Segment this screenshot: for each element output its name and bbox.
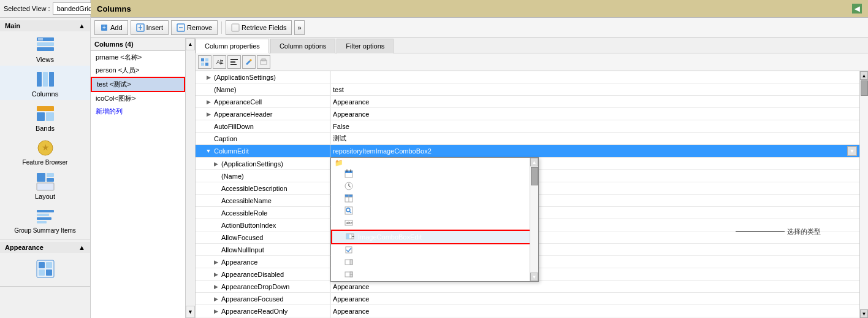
annotation-selected-type: 选择的类型 [736,227,821,236]
prop-row-caption: Caption 测试 [196,133,859,145]
sidebar-section-header-appearance[interactable]: Appearance ▲ [0,242,90,253]
tab-column-properties[interactable]: Column properties [196,39,269,53]
dropdown-toggle-btn[interactable]: ▼ [847,146,857,156]
dropdown-scroll-down[interactable]: ▼ [530,273,538,281]
sidebar-item-bands-label: Bands [36,125,55,132]
scroll-up-arrow[interactable]: ▲ [186,38,195,50]
svg-rect-16 [37,210,54,212]
dropdown-item-time-edit[interactable]: TimeEdit [331,180,538,193]
sidebar-item-group-summary[interactable]: Group Summary Items [0,203,90,236]
prop-value-appearance-focused: Appearance [330,293,859,304]
prop-value-name[interactable]: test [330,83,859,95]
button-edit-icon [345,258,353,268]
more-button[interactable]: » [294,20,304,35]
add-button[interactable]: + Add [94,20,128,35]
prop-name-accessible-role: AccessibleRole [196,207,330,219]
prop-scroll-down[interactable]: ▼ [860,309,868,318]
selected-view-label: Selected View : [4,5,50,12]
column-edit-dropdown[interactable]: repositoryItemImageComboBox2 ▼ [333,146,857,156]
dropdown-item-text-edit[interactable]: abc TextEdit [331,217,538,230]
expand-arrow-appearance-cell[interactable]: ▶ [205,99,211,105]
new-column-link[interactable]: 新增的列 [91,105,185,118]
folder-icon: 📁 [335,159,343,167]
expand-arrow-column-edit[interactable]: ▼ [205,148,211,154]
columns-list-panel: Columns (4) prname <名称> person <人员> test… [91,38,186,318]
svg-rect-15 [37,183,54,190]
scroll-down-arrow[interactable]: ▼ [186,306,195,318]
dropdown-item-search-lookup[interactable]: SearchLookUpEdit [331,205,538,217]
sort-category-btn[interactable] [198,55,211,69]
prop-name-col-app-settings: ▶ (ApplicationSettings) [196,158,330,169]
sidebar-section-header-main[interactable]: Main ▲ [0,20,90,31]
expand-arrow-col-app-settings[interactable]: ▶ [213,161,219,167]
sidebar-item-feature-browser[interactable]: ★ Feature Browser [0,134,90,168]
dropdown-scroll-up[interactable]: ▲ [530,158,538,166]
sidebar-item-bands[interactable]: Bands [0,100,90,134]
columns-toolbar: + Add Insert Remove Retrieve Fields [91,18,868,38]
reset-btn[interactable] [257,55,270,69]
sidebar-section-appearance: Appearance ▲ [0,239,90,287]
svg-text:abc: abc [346,221,352,225]
group-summary-icon [36,206,55,226]
time-edit-icon [345,182,353,192]
sort-alpha-btn[interactable]: AZ [213,55,226,69]
svg-rect-41 [230,61,235,63]
expand-arrow-appearance-disabled[interactable]: ▶ [213,271,219,277]
selected-view-bar: Selected View : bandedGridView1 [0,0,90,18]
expand-arrow-app-settings[interactable]: ▶ [205,74,211,80]
prop-name-col-name: (Name) [196,170,330,182]
check-edit-icon [345,246,353,255]
align-left-btn[interactable] [227,55,241,69]
columns-list-item-icocol[interactable]: icoCol<图标> [91,92,185,105]
tab-filter-options[interactable]: Filter options [337,39,394,53]
date-edit-icon [345,169,353,179]
sidebar-item-views-label: Views [36,56,54,63]
retrieve-fields-button[interactable]: Retrieve Fields [226,20,292,35]
svg-rect-66 [350,260,352,265]
annotation-line [736,231,785,232]
svg-rect-1 [37,42,54,46]
expand-arrow-col-appearance[interactable]: ▶ [213,259,219,265]
columns-list-item-person[interactable]: person <人员> [91,64,185,77]
sidebar-item-layout[interactable]: Layout [0,168,90,203]
dropdown-item-button-edit[interactable]: ButtonEdit [331,257,538,269]
prop-row-appearance-header: ▶ AppearanceHeader Appearance [196,108,859,120]
prop-scroll-up[interactable]: ▲ [860,71,868,80]
pencil-btn[interactable] [242,55,256,69]
prop-value-caption[interactable]: 测试 [330,133,859,144]
prop-name-auto-fill-down: AutoFillDown [196,120,330,132]
prop-value-appearance-cell: Appearance [330,96,859,107]
dropdown-item-new[interactable]: 📁 New [331,158,538,168]
prop-scroll-thumb [861,80,868,96]
svg-rect-32 [232,24,239,31]
tab-column-options[interactable]: Column options [270,39,335,53]
sidebar-item-views[interactable]: Views [0,31,90,66]
svg-rect-46 [345,171,352,173]
dropdown-item-grid-lookup[interactable]: GridLookUpEdit [331,193,538,205]
columns-list-item-test[interactable]: test <测试> [91,77,185,92]
remove-button[interactable]: Remove [171,20,218,35]
prop-value-column-edit[interactable]: repositoryItemImageComboBox2 ▼ 📁 New [330,145,859,157]
views-icon [36,35,55,55]
dropdown-item-spin-edit[interactable]: SpinEdit [331,269,538,281]
sidebar-item-columns[interactable]: Columns [0,66,90,100]
columns-header-button[interactable]: ◀ [852,4,862,14]
dropdown-item-check-edit[interactable]: CheckEdit [331,244,538,257]
annotation-text: 选择的类型 [787,227,821,236]
sidebar-item-appearance[interactable] [0,253,90,284]
svg-rect-36 [205,63,208,66]
svg-text:★: ★ [41,142,49,152]
svg-rect-14 [47,178,54,182]
prop-value-appearance-header: Appearance [330,108,859,120]
expand-arrow-appearance-readonly[interactable]: ▶ [213,308,219,314]
svg-rect-17 [37,214,49,216]
sidebar-section-main: Main ▲ Views [0,18,90,239]
insert-button[interactable]: Insert [131,20,169,35]
columns-list-item-prname[interactable]: prname <名称> [91,51,185,64]
expand-arrow-appearance-dropdown[interactable]: ▶ [213,284,219,290]
dropdown-item-image-combo[interactable]: ImageComboBoxEdit [331,230,538,244]
expand-arrow-appearance-header[interactable]: ▶ [205,111,211,117]
columns-list-header: Columns (4) [91,38,185,51]
dropdown-item-date-edit[interactable]: DateEdit [331,168,538,180]
expand-arrow-appearance-focused[interactable]: ▶ [213,296,219,302]
